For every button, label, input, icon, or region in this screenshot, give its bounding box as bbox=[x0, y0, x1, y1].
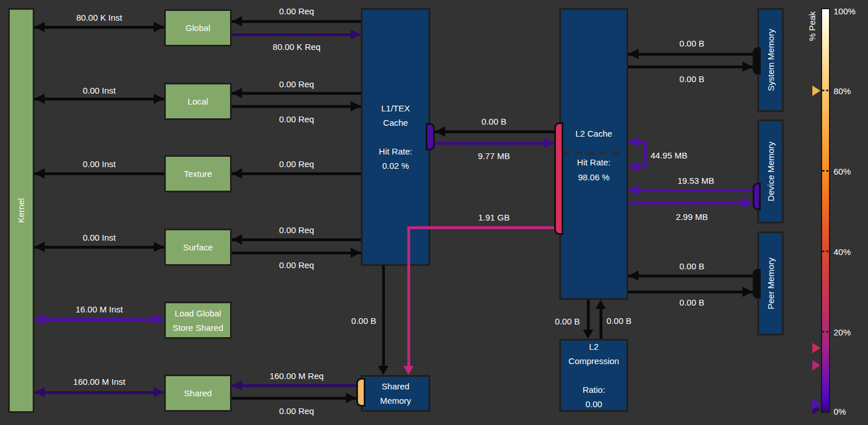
arrowhead-l1-to-l2 bbox=[544, 138, 554, 148]
label-compression-to-l2: 0.00 B bbox=[606, 316, 631, 326]
arrowhead-kernel-surface-right bbox=[154, 242, 164, 252]
device-memory-box: Device Memory bbox=[757, 119, 784, 223]
global-box: Global bbox=[164, 9, 232, 47]
label-l2-to-sysmem: 0.00 B bbox=[679, 74, 704, 84]
local-box: Local bbox=[164, 83, 232, 120]
l1tex-title-line1: L1/TEX bbox=[381, 101, 410, 115]
arrow-peermem-to-l2-line bbox=[628, 275, 753, 277]
shared-box: Shared bbox=[164, 374, 232, 412]
label-sysmem-to-l2: 0.00 B bbox=[679, 38, 704, 48]
arrowhead-kernel-global-left bbox=[34, 22, 45, 32]
arrowhead-kernel-global-right bbox=[154, 22, 164, 32]
arrow-l2-to-compression-line bbox=[587, 300, 590, 331]
arrowhead-kernel-lgss-right bbox=[154, 314, 164, 324]
arrowhead-l2-fabric-top bbox=[628, 137, 639, 147]
arrow-l2-to-sharedmem-hline bbox=[408, 226, 554, 229]
device-memory-label: Device Memory bbox=[766, 141, 776, 201]
arrow-l1-to-surface-line bbox=[232, 238, 361, 241]
arrow-kernel-local-line bbox=[34, 98, 164, 101]
l2-title: L2 Cache bbox=[561, 126, 626, 141]
kernel-box: Kernel bbox=[8, 8, 34, 413]
label-l2-to-l1: 0.00 B bbox=[481, 117, 506, 126]
label-peermem-to-l2: 0.00 B bbox=[679, 261, 704, 271]
arrow-compression-to-l2-line bbox=[600, 308, 602, 339]
label-global-to-l1: 80.00 K Req bbox=[273, 42, 320, 52]
arrowhead-kernel-shared-left bbox=[34, 387, 45, 397]
l1tex-hit-rate-label: Hit Rate: bbox=[379, 144, 412, 159]
colorbar-tick-20 bbox=[822, 331, 829, 333]
colorbar-tick-60 bbox=[822, 170, 829, 172]
label-sharedmem-to-shared: 160.00 M Req bbox=[270, 371, 324, 381]
l2-divider bbox=[562, 152, 625, 154]
arrow-devmem-to-l2-line bbox=[628, 189, 753, 192]
arrowhead-kernel-lgss-left bbox=[34, 314, 45, 324]
arrowhead-l2-to-sysmem bbox=[742, 61, 753, 72]
label-kernel-surface: 0.00 Inst bbox=[83, 233, 116, 242]
shared-memory-label-line1: Shared bbox=[382, 379, 409, 393]
arrow-l2-to-sharedmem-vline bbox=[407, 226, 410, 367]
l2-compression-ratio-label: Ratio: bbox=[582, 382, 605, 397]
arrow-l2-to-sysmem-line bbox=[628, 65, 753, 68]
shared-memory-label-line2: Memory bbox=[380, 393, 411, 408]
arrow-sysmem-to-l2-line bbox=[628, 53, 753, 56]
label-l1-to-local: 0.00 Req bbox=[279, 79, 314, 89]
colorbar-marker-16pct bbox=[812, 343, 820, 353]
l2-compression-label-line2: Compression bbox=[569, 354, 619, 368]
label-local-to-l1: 0.00 Req bbox=[279, 114, 314, 124]
colorbar-label-0: 0% bbox=[834, 407, 846, 416]
arrow-l2-to-l1-line bbox=[435, 130, 554, 133]
load-global-store-shared-box: Load Global Store Shared bbox=[164, 302, 232, 339]
arrow-l1-to-global-line bbox=[232, 20, 361, 23]
arrow-kernel-global-line bbox=[34, 26, 164, 29]
arrow-kernel-surface-line bbox=[34, 246, 164, 249]
label-l1-to-l2: 9.77 MB bbox=[478, 151, 510, 161]
l2-hit-rate-value: 98.06 % bbox=[561, 170, 626, 185]
label-l2-to-devmem: 2.99 MB bbox=[676, 212, 708, 222]
texture-box: Texture bbox=[164, 155, 232, 192]
arrow-l1-to-texture-line bbox=[232, 172, 361, 175]
label-surface-to-l1: 0.00 Req bbox=[279, 260, 314, 270]
lgss-label-line1: Load Global bbox=[175, 306, 221, 320]
arrowhead-kernel-local-left bbox=[34, 94, 45, 104]
surface-label: Surface bbox=[183, 240, 213, 254]
label-kernel-texture: 0.00 Inst bbox=[83, 159, 116, 169]
arrowhead-l1-to-global bbox=[232, 16, 242, 26]
kernel-label: Kernel bbox=[17, 198, 26, 223]
colorbar-label-20: 20% bbox=[834, 327, 851, 337]
arrowhead-kernel-texture-left bbox=[34, 168, 45, 179]
arrowhead-l2-to-compression bbox=[583, 330, 593, 339]
local-label: Local bbox=[188, 94, 208, 109]
arrowhead-sysmem-to-l2 bbox=[628, 49, 639, 59]
label-devmem-to-l2: 19.53 MB bbox=[678, 176, 714, 186]
arrow-surface-to-l1-line bbox=[232, 252, 361, 254]
l2-hit-rate-label: Hit Rate: bbox=[561, 155, 626, 170]
l1-outgoing-port bbox=[426, 123, 435, 150]
colorbar-label-100: 100% bbox=[834, 6, 855, 16]
peer-memory-label: Peer Memory bbox=[766, 257, 776, 309]
l1tex-title-line2: Cache bbox=[383, 115, 408, 130]
label-l2-to-peermem: 0.00 B bbox=[679, 298, 704, 307]
label-l1-to-global: 0.00 Req bbox=[279, 6, 314, 16]
arrowhead-l1-to-local bbox=[232, 88, 242, 98]
label-l1-to-surface: 0.00 Req bbox=[279, 225, 314, 235]
label-l2-to-compression: 0.00 B bbox=[555, 316, 579, 326]
arrowhead-sharedmem-to-shared bbox=[232, 380, 242, 391]
peer-memory-box: Peer Memory bbox=[757, 231, 784, 335]
label-kernel-lgss: 16.00 M Inst bbox=[76, 304, 123, 314]
colorbar-title: % Peak bbox=[808, 11, 818, 41]
shared-label: Shared bbox=[184, 386, 212, 400]
colorbar-tick-40 bbox=[822, 250, 829, 252]
label-l1-to-sharedmem: 0.00 B bbox=[351, 316, 376, 326]
global-label: Global bbox=[185, 21, 210, 35]
arrowhead-l1-to-surface bbox=[232, 234, 242, 245]
l2-cache-box: L2 Cache Hit Rate: 98.06 % bbox=[559, 8, 628, 300]
device-memory-port bbox=[753, 183, 761, 210]
arrowhead-shared-to-sharedmem bbox=[346, 393, 356, 403]
arrow-sharedmem-to-shared-line bbox=[232, 384, 356, 387]
colorbar-marker-12pct bbox=[812, 360, 820, 370]
colorbar-title-wrap: % Peak bbox=[803, 7, 822, 45]
arrowhead-l2-to-l1 bbox=[435, 126, 445, 137]
arrow-local-to-l1-line bbox=[232, 105, 361, 108]
arrow-l1-to-sharedmem-line bbox=[382, 265, 385, 367]
label-l2-fabric: 44.95 MB bbox=[651, 150, 687, 160]
